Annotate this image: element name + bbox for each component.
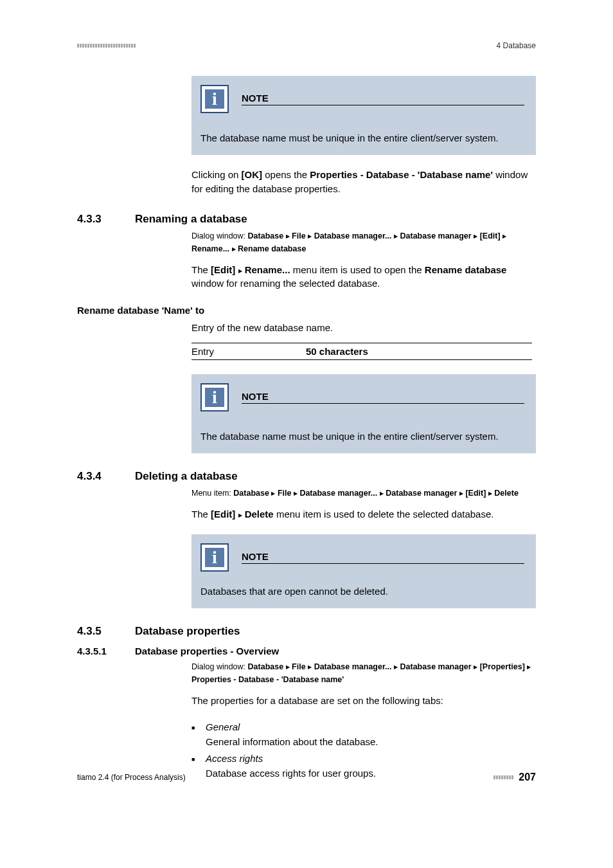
section-title: Deleting a database: [135, 470, 238, 483]
note-title: NOTE: [242, 93, 524, 105]
list-item-desc: General information about the database.: [206, 735, 536, 750]
note-body: Databases that are open cannot be delete…: [200, 584, 524, 598]
section-heading: 4.3.5 Database properties: [77, 625, 536, 638]
section-number: 4.3.4: [77, 470, 135, 483]
info-icon: i: [200, 543, 229, 572]
note-box: i NOTE The database name must be unique …: [191, 374, 536, 453]
bullet-icon: ■: [191, 720, 206, 749]
field-description: Entry of the new database name.: [191, 321, 536, 335]
page-number: 207: [519, 772, 536, 783]
section-number: 4.3.3: [77, 213, 135, 226]
entry-value: 50 characters: [306, 346, 368, 357]
subsection-heading: 4.3.5.1 Database properties - Overview: [77, 646, 536, 656]
page-footer: tiamo 2.4 (for Process Analysis) 207: [77, 772, 536, 783]
list-item-title: Access rights: [206, 752, 536, 766]
subsection-number: 4.3.5.1: [77, 646, 135, 656]
field-heading: Rename database 'Name' to: [77, 305, 536, 316]
entry-spec: Entry 50 characters: [191, 343, 532, 360]
dialog-path: Dialog window: Database ▶ File ▶ Databas…: [191, 660, 536, 686]
info-icon: i: [200, 85, 229, 113]
note-title: NOTE: [242, 551, 524, 564]
section-heading: 4.3.4 Deleting a database: [77, 470, 536, 483]
note-body: The database name must be unique in the …: [200, 131, 524, 145]
subsection-title: Database properties - Overview: [135, 646, 279, 656]
menu-path: Menu item: Database ▶ File ▶ Database ma…: [191, 487, 536, 500]
paragraph: The [Edit] ▶ Rename... menu item is used…: [191, 263, 536, 291]
section-title: Database properties: [135, 625, 240, 638]
note-box: i NOTE The database name must be unique …: [191, 76, 536, 155]
paragraph: Clicking on [OK] opens the Properties - …: [191, 168, 536, 196]
list-item-title: General: [206, 720, 536, 735]
info-icon: i: [200, 383, 229, 411]
section-heading: 4.3.3 Renaming a database: [77, 213, 536, 226]
header-decoration: [77, 44, 136, 48]
section-number: 4.3.5: [77, 625, 135, 638]
note-box: i NOTE Databases that are open cannot be…: [191, 534, 536, 608]
paragraph: The properties for a database are set on…: [191, 694, 536, 708]
footer-decoration: [493, 775, 513, 779]
header-section-label: 4 Database: [497, 41, 536, 50]
page-header: 4 Database: [77, 41, 536, 50]
footer-product: tiamo 2.4 (for Process Analysis): [77, 773, 186, 782]
dialog-path: Dialog window: Database ▶ File ▶ Databas…: [191, 230, 536, 255]
note-body: The database name must be unique in the …: [200, 429, 524, 443]
entry-label: Entry: [191, 346, 306, 357]
note-title: NOTE: [242, 391, 524, 404]
paragraph: The [Edit] ▶ Delete menu item is used to…: [191, 507, 536, 521]
section-title: Renaming a database: [135, 213, 247, 226]
list-item: ■ General General information about the …: [191, 720, 536, 749]
